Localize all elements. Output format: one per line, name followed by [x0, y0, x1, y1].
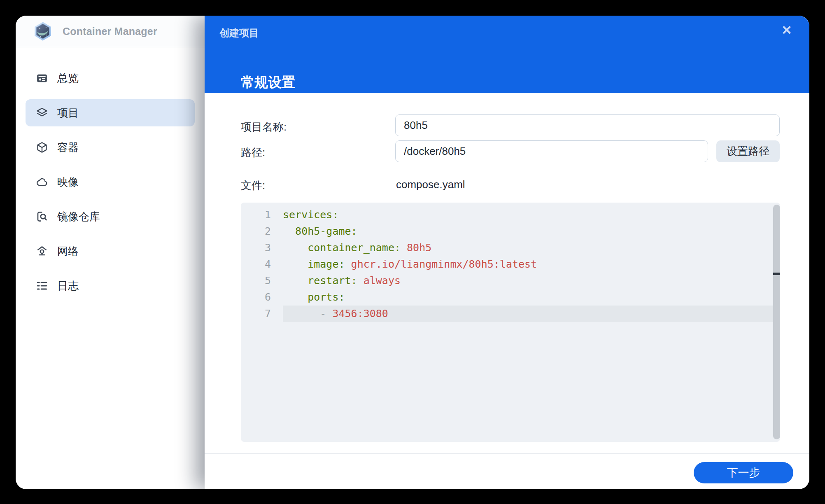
sidebar-item-containers[interactable]: 容器: [26, 134, 195, 161]
sidebar: Container Manager 总览: [16, 16, 205, 489]
section-title: 常规设置: [241, 73, 295, 92]
app-title: Container Manager: [63, 26, 157, 37]
line-number: 5: [241, 273, 283, 289]
sidebar-item-label: 容器: [57, 140, 79, 155]
line-number: 1: [241, 207, 283, 223]
line-number: 3: [241, 240, 283, 256]
line-number: 7: [241, 306, 283, 322]
network-icon: [36, 245, 48, 257]
projects-icon: [36, 107, 48, 119]
registry-icon: [36, 210, 48, 223]
sidebar-item-network[interactable]: 网络: [26, 238, 195, 265]
sidebar-item-logs[interactable]: 日志: [26, 272, 195, 299]
line-number: 6: [241, 289, 283, 306]
sidebar-item-registry[interactable]: 镜像仓库: [26, 203, 195, 230]
code-line: 4 image: ghcr.io/liangminmx/80h5:latest: [241, 256, 780, 273]
code-line: 1 services:: [241, 207, 780, 223]
editor-scrollbar[interactable]: [773, 205, 780, 439]
sidebar-item-label: 网络: [57, 244, 79, 259]
sidebar-item-label: 总览: [57, 71, 79, 86]
container-manager-logo-icon: [31, 21, 54, 42]
app-window: Container Manager 总览: [16, 16, 809, 489]
code-line-active: 7 - 3456:3080: [241, 306, 780, 322]
footer-divider: [205, 453, 809, 454]
close-icon[interactable]: ✕: [781, 24, 792, 37]
path-input[interactable]: [395, 140, 708, 162]
yaml-editor[interactable]: 1 services: 2 80h5-game: 3 container_nam…: [241, 203, 780, 442]
create-project-dialog: 创建项目 ✕ 常规设置 项目名称: 路径: 设置路径 文件: compose.y…: [205, 16, 809, 489]
overview-icon: [36, 72, 48, 84]
sidebar-item-images[interactable]: 映像: [26, 168, 195, 196]
images-icon: [36, 176, 48, 188]
line-number: 2: [241, 223, 283, 240]
sidebar-item-projects[interactable]: 项目: [26, 99, 195, 126]
sidebar-item-label: 日志: [57, 279, 79, 293]
file-value: compose.yaml: [396, 178, 465, 191]
code-line: 5 restart: always: [241, 273, 780, 289]
project-name-input[interactable]: [395, 114, 780, 136]
file-label: 文件:: [241, 178, 265, 193]
line-number: 4: [241, 256, 283, 273]
dialog-header: 创建项目 ✕ 常规设置: [205, 16, 809, 93]
app-header: Container Manager: [16, 16, 205, 47]
code-line: 2 80h5-game:: [241, 223, 780, 240]
project-name-label: 项目名称:: [241, 120, 287, 134]
code-line: 3 container_name: 80h5: [241, 240, 780, 256]
path-label: 路径:: [241, 145, 265, 160]
containers-icon: [36, 141, 48, 154]
sidebar-menu: 总览 项目 容器: [16, 47, 205, 299]
sidebar-item-label: 项目: [57, 106, 79, 120]
dialog-title: 创建项目: [219, 26, 259, 40]
next-step-button[interactable]: 下一步: [694, 462, 793, 483]
code-line: 6 ports:: [241, 289, 780, 306]
editor-scrollbar-marker: [773, 273, 780, 275]
set-path-button[interactable]: 设置路径: [716, 140, 780, 162]
logs-icon: [36, 280, 48, 292]
sidebar-item-label: 镜像仓库: [57, 210, 100, 224]
sidebar-item-label: 映像: [57, 175, 79, 189]
sidebar-item-overview[interactable]: 总览: [26, 65, 195, 92]
